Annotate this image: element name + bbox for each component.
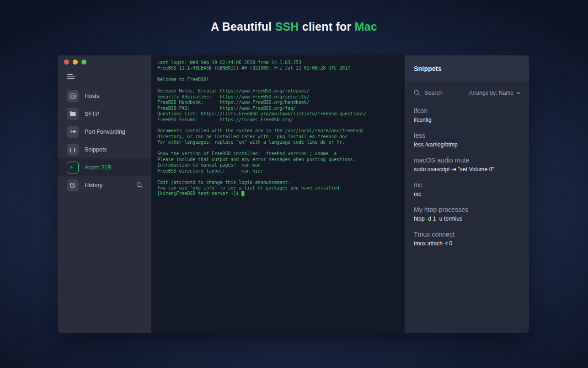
- page-title: A Beautiful SSH client for Mac: [0, 20, 588, 33]
- menu-bar: [67, 76, 75, 77]
- sidebar-item-snippets[interactable]: { } Snippets: [58, 141, 151, 158]
- sidebar-item-acorn-21b[interactable]: >_ Acorn 21B: [58, 158, 151, 176]
- terminal-output: Last login: Wed Sep 19 02:44:06 2018 fro…: [157, 60, 399, 197]
- snippet-command: htop -d 1 -u termius: [414, 216, 520, 222]
- sidebar-item-label: Hosts: [85, 93, 143, 99]
- sidebar-item-history[interactable]: History: [58, 176, 151, 194]
- terminal-pane[interactable]: Last login: Wed Sep 19 02:44:06 2018 fro…: [151, 55, 405, 333]
- sidebar-menu-icon[interactable]: [67, 74, 75, 79]
- sidebar-nav: Hosts SFTP Port Forwarding: [58, 87, 151, 194]
- snippets-search-row: Arrange by: Name: [405, 81, 529, 104]
- port-forwarding-icon: [67, 126, 79, 138]
- snippet-command: sudo osascript -e "set Volume 0": [414, 166, 520, 173]
- snippet-name: Tmux connect: [414, 231, 520, 238]
- search-input[interactable]: [424, 90, 465, 96]
- snippet-list: ifcon ifconfig less less /var/log/btmp m…: [405, 104, 529, 255]
- snippet-command: tmux attach -t 0: [414, 240, 520, 247]
- search-icon: [414, 90, 420, 96]
- sidebar-item-label: Port Forwarding: [85, 129, 143, 135]
- snippet-name: macOS audio mute: [414, 157, 520, 164]
- snippet-command: less /var/log/btmp: [414, 141, 520, 148]
- folder-icon: [67, 108, 79, 120]
- braces-icon: { }: [67, 144, 79, 156]
- minimize-button[interactable]: [73, 60, 78, 65]
- snippet-command: mc: [414, 191, 520, 197]
- sidebar-item-label: Acorn 21B: [85, 164, 143, 171]
- snippet-item-my-htop-processes[interactable]: My htop processes htop -d 1 -u termius: [414, 206, 520, 222]
- terminal-glyph: >_: [70, 165, 75, 170]
- history-search-icon[interactable]: [136, 182, 143, 189]
- sidebar-item-port-forwarding[interactable]: Port Forwarding: [58, 123, 151, 141]
- sidebar-item-label: SFTP: [85, 111, 143, 117]
- sidebar-item-sftp[interactable]: SFTP: [58, 105, 151, 123]
- snippets-panel-title: Snippets: [414, 65, 442, 72]
- sidebar-item-label: History: [85, 182, 136, 189]
- snippet-command: ifconfig: [414, 117, 520, 123]
- snippet-item-mc[interactable]: mc mc: [414, 181, 520, 197]
- sidebar-item-label: Snippets: [85, 146, 143, 153]
- braces-glyph: { }: [69, 147, 76, 152]
- app-window: Hosts SFTP Port Forwarding: [58, 55, 529, 333]
- page-title-part2: client for: [299, 20, 355, 33]
- menu-bar: [67, 74, 73, 75]
- snippet-item-ifcon[interactable]: ifcon ifconfig: [414, 107, 520, 123]
- menu-bar: [67, 78, 75, 79]
- arrange-by-dropdown[interactable]: Arrange by: Name: [469, 90, 521, 96]
- arrange-by-label: Arrange by: Name: [469, 90, 513, 96]
- traffic-lights: [58, 55, 151, 65]
- chevron-down-icon: [516, 92, 521, 94]
- snippet-name: mc: [414, 181, 520, 189]
- page-title-part1: A Beautiful: [211, 20, 275, 33]
- hosts-icon: [67, 90, 79, 102]
- page-title-accent-mac: Mac: [355, 20, 377, 33]
- snippet-item-tmux-connect[interactable]: Tmux connect tmux attach -t 0: [414, 231, 520, 247]
- sidebar-item-hosts[interactable]: Hosts: [58, 87, 151, 105]
- snippet-item-macos-audio-mute[interactable]: macOS audio mute sudo osascript -e "set …: [414, 157, 520, 173]
- snippet-item-less[interactable]: less less /var/log/btmp: [414, 132, 520, 148]
- page-title-accent-ssh: SSH: [275, 20, 299, 33]
- snippets-panel-header: Snippets: [405, 55, 529, 81]
- terminal-icon: >_: [67, 162, 79, 173]
- snippet-name: less: [414, 132, 520, 139]
- history-icon: [67, 179, 79, 191]
- sidebar-top: [58, 55, 151, 87]
- zoom-button[interactable]: [81, 60, 86, 65]
- snippet-name: My htop processes: [414, 206, 520, 213]
- close-button[interactable]: [64, 60, 69, 65]
- snippets-panel: Snippets Arrange by: Name i: [405, 55, 529, 333]
- sidebar: Hosts SFTP Port Forwarding: [58, 55, 151, 333]
- snippet-name: ifcon: [414, 107, 520, 114]
